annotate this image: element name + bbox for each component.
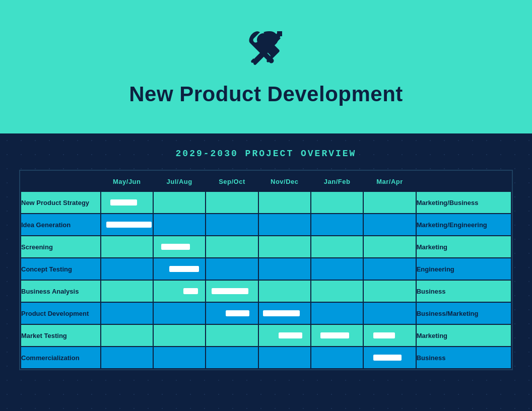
cell-row1-col2 <box>153 191 206 214</box>
gantt-bar <box>212 288 249 294</box>
dept-label: Marketing <box>416 324 511 347</box>
cell-row6-col4 <box>258 302 311 324</box>
task-label: Market Testing <box>21 324 101 347</box>
cell-row8-col4 <box>258 347 311 369</box>
gantt-bar <box>169 266 199 272</box>
gantt-bar <box>183 288 198 294</box>
cell-row2-col2 <box>153 214 206 236</box>
cell-row8-col3 <box>206 347 258 369</box>
gantt-bar <box>106 222 152 228</box>
task-label: Product Development <box>21 302 101 324</box>
month-col-2: Jul/Aug <box>153 171 206 191</box>
header-row: May/Jun Jul/Aug Sep/Oct Nov/Dec Jan/Feb … <box>21 171 511 191</box>
month-col-1: May/Jun <box>101 171 153 191</box>
dept-label: Marketing <box>416 236 511 258</box>
gantt-bar <box>279 332 302 338</box>
table-row: Product DevelopmentBusiness/Marketing <box>21 302 511 324</box>
gantt-table: May/Jun Jul/Aug Sep/Oct Nov/Dec Jan/Feb … <box>20 171 512 369</box>
cell-row2-col6 <box>363 214 416 236</box>
cell-row8-col1 <box>101 347 153 369</box>
cell-row7-col3 <box>206 324 258 347</box>
gantt-bar <box>161 244 189 250</box>
svg-point-2 <box>278 32 282 36</box>
task-label: Business Analysis <box>21 280 101 302</box>
month-col-5: Jan/Feb <box>311 171 363 191</box>
cell-row3-col3 <box>206 236 258 258</box>
cell-row2-col5 <box>311 214 363 236</box>
main-section: 2029-2030 PROJECT OVERVIEW May/Jun Jul/A… <box>0 133 532 411</box>
page-title: New Product Development <box>129 82 403 106</box>
table-row: ScreeningMarketing <box>21 236 511 258</box>
cell-row5-col3 <box>206 280 258 302</box>
gantt-chart: May/Jun Jul/Aug Sep/Oct Nov/Dec Jan/Feb … <box>19 170 513 370</box>
cell-row2-col3 <box>206 214 258 236</box>
project-subtitle: 2029-2030 PROJECT OVERVIEW <box>176 149 357 159</box>
cell-row6-col6 <box>363 302 416 324</box>
header-section: New Product Development <box>0 0 532 133</box>
table-row: Business AnalysisBusiness <box>21 280 511 302</box>
month-col-3: Sep/Oct <box>206 171 258 191</box>
gantt-bar <box>373 332 395 338</box>
cell-row6-col3 <box>206 302 258 324</box>
cell-row7-col1 <box>101 324 153 347</box>
cell-row3-col4 <box>258 236 311 258</box>
cell-row4-col4 <box>258 258 311 280</box>
dept-label: Marketing/Business <box>416 191 511 214</box>
dept-label: Business <box>416 280 511 302</box>
dept-label: Business/Marketing <box>416 302 511 324</box>
gantt-bar <box>373 355 402 361</box>
task-label: Screening <box>21 236 101 258</box>
cell-row6-col2 <box>153 302 206 324</box>
cell-row4-col2 <box>153 258 206 280</box>
cell-row6-col5 <box>311 302 363 324</box>
table-row: New Product StrategyMarketing/Business <box>21 191 511 214</box>
table-row: Concept TestingEngineering <box>21 258 511 280</box>
gantt-bar <box>226 310 249 316</box>
cell-row5-col5 <box>311 280 363 302</box>
cell-row1-col3 <box>206 191 258 214</box>
cell-row8-col5 <box>311 347 363 369</box>
cell-row6-col1 <box>101 302 153 324</box>
cell-row3-col6 <box>363 236 416 258</box>
table-row: CommercializationBusiness <box>21 347 511 369</box>
month-col-6: Mar/Apr <box>363 171 416 191</box>
cell-row4-col5 <box>311 258 363 280</box>
cell-row3-col2 <box>153 236 206 258</box>
cell-row7-col4 <box>258 324 311 347</box>
cell-row5-col1 <box>101 280 153 302</box>
cell-row7-col6 <box>363 324 416 347</box>
cell-row1-col5 <box>311 191 363 214</box>
task-label: New Product Strategy <box>21 191 101 214</box>
tools-icon <box>246 27 286 73</box>
table-row: Idea GenerationMarketing/Engineering <box>21 214 511 236</box>
cell-row5-col2 <box>153 280 206 302</box>
gantt-bar <box>320 332 349 338</box>
table-row: Market TestingMarketing <box>21 324 511 347</box>
task-label: Concept Testing <box>21 258 101 280</box>
task-col-header <box>21 171 101 191</box>
cell-row4-col3 <box>206 258 258 280</box>
gantt-bar <box>110 199 137 206</box>
cell-row4-col1 <box>101 258 153 280</box>
dept-col-header <box>416 171 511 191</box>
dept-label: Business <box>416 347 511 369</box>
dept-label: Engineering <box>416 258 511 280</box>
cell-row8-col6 <box>363 347 416 369</box>
cell-row5-col4 <box>258 280 311 302</box>
cell-row2-col1 <box>101 214 153 236</box>
cell-row4-col6 <box>363 258 416 280</box>
cell-row1-col4 <box>258 191 311 214</box>
cell-row8-col2 <box>153 347 206 369</box>
gantt-bar <box>263 310 300 316</box>
cell-row7-col5 <box>311 324 363 347</box>
cell-row1-col1 <box>101 191 153 214</box>
month-col-4: Nov/Dec <box>258 171 311 191</box>
dept-label: Marketing/Engineering <box>416 214 511 236</box>
cell-row1-col6 <box>363 191 416 214</box>
cell-row7-col2 <box>153 324 206 347</box>
cell-row2-col4 <box>258 214 311 236</box>
task-label: Commercialization <box>21 347 101 369</box>
task-label: Idea Generation <box>21 214 101 236</box>
cell-row5-col6 <box>363 280 416 302</box>
cell-row3-col5 <box>311 236 363 258</box>
